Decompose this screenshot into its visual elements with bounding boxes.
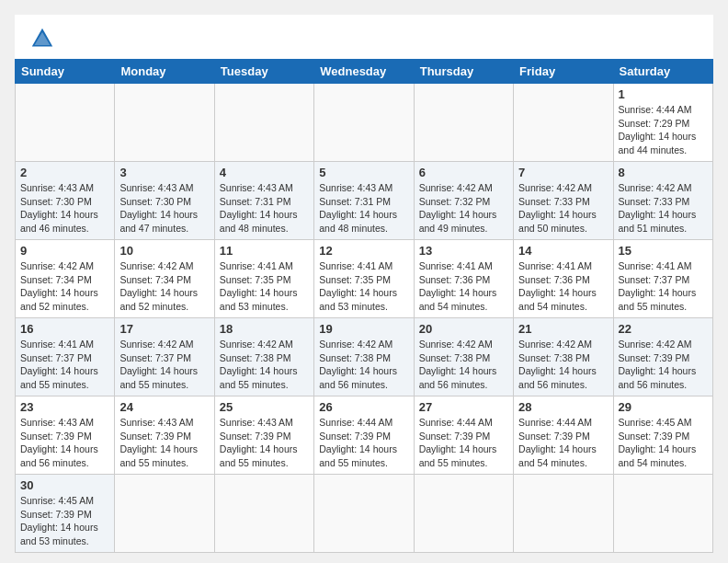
day-cell-7: 7Sunrise: 4:42 AMSunset: 7:33 PMDaylight… — [514, 162, 613, 240]
day-cell-8: 8Sunrise: 4:42 AMSunset: 7:33 PMDaylight… — [613, 162, 712, 240]
day-info-19: Sunrise: 4:42 AMSunset: 7:38 PMDaylight:… — [319, 338, 408, 392]
day-info-12: Sunrise: 4:41 AMSunset: 7:35 PMDaylight:… — [319, 259, 408, 314]
day-info-10: Sunrise: 4:42 AMSunset: 7:34 PMDaylight:… — [119, 259, 209, 314]
calendar-row-3: 9Sunrise: 4:42 AMSunset: 7:34 PMDaylight… — [16, 240, 713, 318]
day-number-23: 23 — [20, 400, 109, 414]
day-info-21: Sunrise: 4:42 AMSunset: 7:38 PMDaylight:… — [518, 338, 608, 392]
day-cell-6: 6Sunrise: 4:42 AMSunset: 7:32 PMDaylight… — [414, 162, 513, 240]
day-info-5: Sunrise: 4:43 AMSunset: 7:31 PMDaylight:… — [319, 181, 408, 236]
day-number-26: 26 — [319, 400, 408, 414]
day-number-22: 22 — [619, 322, 708, 336]
day-info-7: Sunrise: 4:42 AMSunset: 7:33 PMDaylight:… — [518, 181, 608, 236]
day-cell-23: 23Sunrise: 4:43 AMSunset: 7:39 PMDayligh… — [16, 396, 115, 475]
logo — [29, 26, 59, 52]
day-number-19: 19 — [319, 322, 408, 336]
day-number-14: 14 — [518, 244, 608, 258]
day-info-18: Sunrise: 4:42 AMSunset: 7:38 PMDaylight:… — [220, 338, 309, 392]
day-cell-14: 14Sunrise: 4:41 AMSunset: 7:36 PMDayligh… — [514, 240, 613, 318]
empty-cell — [214, 84, 313, 162]
logo-icon — [29, 26, 55, 52]
day-info-24: Sunrise: 4:43 AMSunset: 7:39 PMDaylight:… — [119, 416, 209, 470]
empty-cell — [514, 475, 613, 553]
day-number-21: 21 — [518, 322, 608, 336]
header-sunday: Sunday — [16, 60, 115, 84]
day-cell-10: 10Sunrise: 4:42 AMSunset: 7:34 PMDayligh… — [115, 240, 214, 318]
day-info-2: Sunrise: 4:43 AMSunset: 7:30 PMDaylight:… — [20, 181, 109, 236]
day-number-5: 5 — [319, 166, 408, 179]
day-info-14: Sunrise: 4:41 AMSunset: 7:36 PMDaylight:… — [518, 259, 608, 314]
day-number-1: 1 — [619, 87, 708, 101]
day-number-6: 6 — [419, 166, 508, 179]
day-info-29: Sunrise: 4:45 AMSunset: 7:39 PMDaylight:… — [619, 416, 708, 470]
day-number-24: 24 — [119, 400, 209, 414]
day-cell-29: 29Sunrise: 4:45 AMSunset: 7:39 PMDayligh… — [613, 396, 712, 475]
header-friday: Friday — [514, 60, 613, 84]
calendar-row-6: 30Sunrise: 4:45 AMSunset: 7:39 PMDayligh… — [16, 475, 713, 553]
day-number-4: 4 — [220, 166, 309, 179]
calendar-page: Sunday Monday Tuesday Wednesday Thursday… — [15, 15, 713, 553]
day-info-16: Sunrise: 4:41 AMSunset: 7:37 PMDaylight:… — [20, 338, 109, 392]
calendar-row-4: 16Sunrise: 4:41 AMSunset: 7:37 PMDayligh… — [16, 318, 713, 396]
empty-cell — [314, 84, 414, 162]
day-cell-20: 20Sunrise: 4:42 AMSunset: 7:38 PMDayligh… — [414, 318, 513, 396]
day-cell-26: 26Sunrise: 4:44 AMSunset: 7:39 PMDayligh… — [314, 396, 414, 475]
day-number-11: 11 — [220, 244, 309, 258]
day-number-3: 3 — [119, 166, 209, 179]
empty-cell — [16, 84, 115, 162]
day-number-15: 15 — [619, 244, 708, 258]
day-number-27: 27 — [419, 400, 508, 414]
day-number-13: 13 — [419, 244, 508, 258]
day-cell-21: 21Sunrise: 4:42 AMSunset: 7:38 PMDayligh… — [514, 318, 613, 396]
day-cell-22: 22Sunrise: 4:42 AMSunset: 7:39 PMDayligh… — [613, 318, 712, 396]
day-number-16: 16 — [20, 322, 109, 336]
day-info-1: Sunrise: 4:44 AMSunset: 7:29 PMDaylight:… — [619, 103, 708, 157]
day-info-11: Sunrise: 4:41 AMSunset: 7:35 PMDaylight:… — [220, 259, 309, 314]
day-info-23: Sunrise: 4:43 AMSunset: 7:39 PMDaylight:… — [20, 416, 109, 470]
day-cell-9: 9Sunrise: 4:42 AMSunset: 7:34 PMDaylight… — [16, 240, 115, 318]
day-cell-5: 5Sunrise: 4:43 AMSunset: 7:31 PMDaylight… — [314, 162, 414, 240]
day-number-30: 30 — [20, 478, 109, 492]
day-cell-24: 24Sunrise: 4:43 AMSunset: 7:39 PMDayligh… — [115, 396, 214, 475]
empty-cell — [613, 475, 712, 553]
empty-cell — [214, 475, 313, 553]
day-cell-18: 18Sunrise: 4:42 AMSunset: 7:38 PMDayligh… — [214, 318, 313, 396]
day-info-6: Sunrise: 4:42 AMSunset: 7:32 PMDaylight:… — [419, 181, 508, 236]
day-cell-2: 2Sunrise: 4:43 AMSunset: 7:30 PMDaylight… — [16, 162, 115, 240]
calendar-row-2: 2Sunrise: 4:43 AMSunset: 7:30 PMDaylight… — [16, 162, 713, 240]
day-number-25: 25 — [220, 400, 309, 414]
day-number-18: 18 — [220, 322, 309, 336]
empty-cell — [314, 475, 414, 553]
day-info-28: Sunrise: 4:44 AMSunset: 7:39 PMDaylight:… — [518, 416, 608, 470]
day-info-20: Sunrise: 4:42 AMSunset: 7:38 PMDaylight:… — [419, 338, 508, 392]
weekday-header-row: Sunday Monday Tuesday Wednesday Thursday… — [16, 60, 713, 84]
day-info-8: Sunrise: 4:42 AMSunset: 7:33 PMDaylight:… — [619, 181, 708, 236]
day-number-29: 29 — [619, 400, 708, 414]
day-info-9: Sunrise: 4:42 AMSunset: 7:34 PMDaylight:… — [20, 259, 109, 314]
calendar-row-5: 23Sunrise: 4:43 AMSunset: 7:39 PMDayligh… — [16, 396, 713, 475]
day-number-28: 28 — [518, 400, 608, 414]
day-info-13: Sunrise: 4:41 AMSunset: 7:36 PMDaylight:… — [419, 259, 508, 314]
day-cell-1: 1Sunrise: 4:44 AMSunset: 7:29 PMDaylight… — [613, 84, 712, 162]
day-info-26: Sunrise: 4:44 AMSunset: 7:39 PMDaylight:… — [319, 416, 408, 470]
day-number-7: 7 — [518, 166, 608, 179]
day-number-8: 8 — [619, 166, 708, 179]
header-thursday: Thursday — [414, 60, 513, 84]
day-cell-25: 25Sunrise: 4:43 AMSunset: 7:39 PMDayligh… — [214, 396, 313, 475]
empty-cell — [115, 84, 214, 162]
day-info-17: Sunrise: 4:42 AMSunset: 7:37 PMDaylight:… — [119, 338, 209, 392]
header-tuesday: Tuesday — [214, 60, 313, 84]
empty-cell — [514, 84, 613, 162]
day-info-22: Sunrise: 4:42 AMSunset: 7:39 PMDaylight:… — [619, 338, 708, 392]
day-info-15: Sunrise: 4:41 AMSunset: 7:37 PMDaylight:… — [619, 259, 708, 314]
calendar-table: Sunday Monday Tuesday Wednesday Thursday… — [15, 59, 713, 553]
empty-cell — [115, 475, 214, 553]
header-saturday: Saturday — [613, 60, 712, 84]
day-info-3: Sunrise: 4:43 AMSunset: 7:30 PMDaylight:… — [119, 181, 209, 236]
day-cell-15: 15Sunrise: 4:41 AMSunset: 7:37 PMDayligh… — [613, 240, 712, 318]
day-cell-12: 12Sunrise: 4:41 AMSunset: 7:35 PMDayligh… — [314, 240, 414, 318]
day-cell-17: 17Sunrise: 4:42 AMSunset: 7:37 PMDayligh… — [115, 318, 214, 396]
day-cell-30: 30Sunrise: 4:45 AMSunset: 7:39 PMDayligh… — [16, 475, 115, 553]
day-cell-19: 19Sunrise: 4:42 AMSunset: 7:38 PMDayligh… — [314, 318, 414, 396]
day-number-10: 10 — [119, 244, 209, 258]
header-wednesday: Wednesday — [314, 60, 414, 84]
